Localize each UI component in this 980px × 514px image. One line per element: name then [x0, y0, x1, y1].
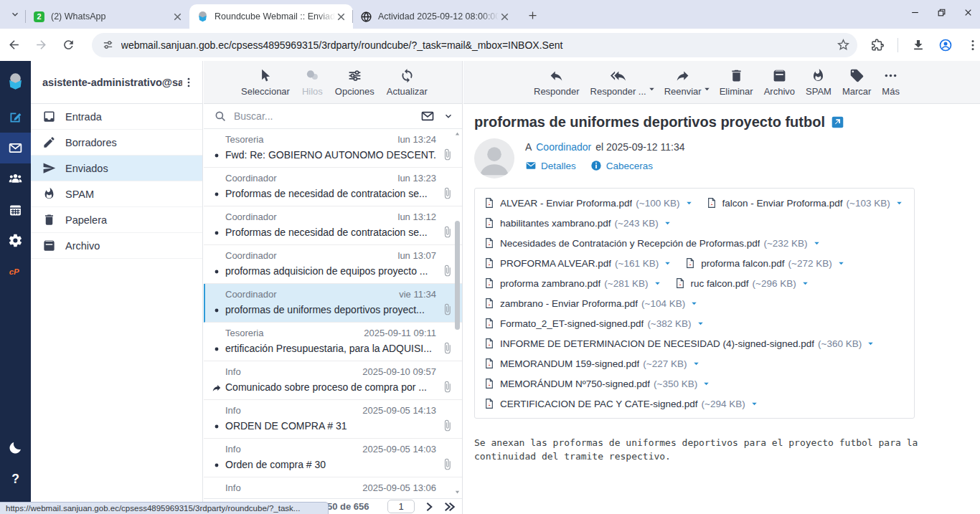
message-row[interactable]: Coordinador lun 13:23 Proformas de neces… — [204, 168, 462, 206]
attachment-menu-caret-icon[interactable] — [685, 199, 693, 207]
reader-toolbar-button[interactable]: Archivo — [764, 68, 795, 97]
attachment-menu-caret-icon[interactable] — [702, 380, 710, 388]
list-scrollbar[interactable] — [453, 129, 461, 498]
rail-CERTIFICACION DE PAC Y CATE-signed.pdf[interactable]: CERTIFICACION DE PAC Y CATE-signed.pdf (… — [484, 394, 758, 414]
rail-calendar[interactable] — [0, 194, 31, 225]
attachment-menu-caret-icon[interactable] — [664, 219, 672, 227]
attachment-name[interactable]: Necesidades de Contratación y Recepción … — [500, 238, 760, 249]
message-row[interactable]: Tesoreria 2025-09-11 09:11 ertificación … — [204, 323, 462, 361]
new-tab-button[interactable] — [522, 5, 542, 25]
attachment-menu-caret-icon[interactable] — [692, 360, 700, 368]
browser-tab[interactable]: Roundcube Webmail :: Enviados — [189, 4, 353, 29]
attachment-name[interactable]: proforma falcon.pdf — [701, 258, 784, 269]
attachment-name[interactable]: Formato_2_ET-signed-signed.pdf — [500, 318, 644, 329]
rail-mail[interactable] — [0, 133, 31, 163]
message-row[interactable]: Info 2025-09-05 14:03 Orden de compra # … — [204, 439, 462, 477]
reader-toolbar-button[interactable]: SPAM — [806, 68, 831, 97]
folder-options-icon[interactable] — [182, 76, 195, 89]
search-input[interactable] — [234, 110, 420, 122]
search-options-chevron-icon[interactable] — [443, 111, 453, 121]
reader-toolbar-button[interactable]: Responder ... — [590, 68, 646, 97]
reader-toolbar-button[interactable]: Responder — [534, 68, 580, 97]
attachment-menu-caret-icon[interactable] — [801, 280, 809, 287]
browser-menu-icon[interactable] — [966, 38, 980, 52]
tab-search-button[interactable] — [4, 4, 26, 24]
search-scope-mail-icon[interactable] — [420, 109, 435, 123]
folder-item[interactable]: Borradores — [31, 130, 202, 156]
next-page-icon[interactable] — [423, 501, 435, 513]
dropdown-caret-icon[interactable] — [703, 85, 711, 93]
message-row[interactable]: Tesoreria lun 13:24 Fwd: Re: GOBIERNO AU… — [204, 129, 462, 168]
message-row[interactable]: Coordinador lun 13:12 Proformas de neces… — [204, 206, 462, 245]
page-input[interactable] — [387, 500, 415, 513]
forward-button[interactable] — [34, 35, 55, 55]
folder-item[interactable]: Papelera — [31, 207, 202, 233]
attachment-menu-caret-icon[interactable] — [697, 320, 705, 328]
tab-close-icon[interactable] — [171, 11, 184, 23]
folder-item[interactable]: Entrada — [31, 104, 202, 130]
folder-item[interactable]: Enviados — [31, 156, 202, 181]
details-link[interactable]: Detalles — [525, 160, 576, 171]
attachment-menu-caret-icon[interactable] — [895, 199, 903, 207]
attachment-name[interactable]: PROFORMA ALVEAR.pdf — [500, 258, 611, 269]
scroll-up-icon[interactable] — [454, 130, 461, 137]
rail-contacts[interactable] — [0, 163, 31, 194]
tab-close-icon[interactable] — [335, 11, 347, 23]
rail-habilitantes xambrano.pdf[interactable]: habilitantes xambrano.pdf (~243 KB) — [484, 213, 672, 233]
attachment-name[interactable]: MEMORÁNDUM Nº750-signed.pdf — [500, 379, 650, 389]
browser-tab[interactable]: Actividad 2025-09-12 08:00:00 — [353, 4, 517, 29]
address-bar[interactable]: webmail.sanjuan.gob.ec/cpsess4895969315/… — [92, 33, 857, 57]
browser-tab[interactable]: 2 (2) WhatsApp — [26, 4, 189, 29]
back-button[interactable] — [7, 35, 27, 55]
downloads-icon[interactable] — [911, 38, 925, 52]
rail-INFORME DE DETERMINACION DE NECESIDAD (4)-signed-signed.pdf[interactable]: INFORME DE DETERMINACION DE NECESIDAD (4… — [484, 333, 875, 353]
list-toolbar-button[interactable]: Seleccionar — [241, 68, 290, 97]
rail-ruc falcon.pdf[interactable]: ruc falcon.pdf (~296 KB) — [674, 273, 809, 293]
reader-toolbar-button[interactable]: Reenviar — [664, 68, 702, 97]
attachment-menu-caret-icon[interactable] — [690, 300, 698, 308]
attachment-name[interactable]: MEMORANDUM 159-signed.pdf — [500, 358, 639, 369]
list-toolbar-button[interactable]: Actualizar — [387, 68, 428, 97]
message-row[interactable]: Coordinador vie 11:34 proformas de unifo… — [204, 284, 462, 323]
rail-ALVEAR - Enviar Proforma.pdf[interactable]: ALVEAR - Enviar Proforma.pdf (~100 KB) — [484, 193, 693, 213]
close-button[interactable] — [963, 8, 973, 17]
list-toolbar-button[interactable]: Hilos — [302, 68, 323, 97]
reader-toolbar-button[interactable]: Más — [882, 68, 900, 97]
rail-falcon - Enviar Proforma.pdf[interactable]: falcon - Enviar Proforma.pdf (~103 KB) — [706, 193, 903, 213]
attachment-name[interactable]: zambrano - Enviar Proforma.pdf — [500, 298, 638, 309]
rail-zambrano - Enviar Proforma.pdf[interactable]: zambrano - Enviar Proforma.pdf (~104 KB) — [484, 293, 698, 313]
rail-settings[interactable] — [0, 225, 31, 256]
folder-item[interactable]: SPAM — [31, 181, 202, 207]
scroll-down-icon[interactable] — [454, 489, 461, 495]
last-page-icon[interactable] — [443, 501, 455, 513]
url-text[interactable]: webmail.sanjuan.gob.ec/cpsess4895969315/… — [121, 39, 837, 51]
profile-icon[interactable] — [938, 38, 953, 52]
attachment-name[interactable]: falcon - Enviar Proforma.pdf — [722, 198, 843, 209]
message-row[interactable]: Coordinador lun 13:07 proformas adquisic… — [204, 245, 462, 284]
reload-button[interactable] — [62, 35, 82, 55]
tab-close-icon[interactable] — [499, 11, 511, 23]
rail-proforma falcon.pdf[interactable]: proforma falcon.pdf (~272 KB) — [684, 253, 844, 273]
attachment-menu-caret-icon[interactable] — [664, 260, 672, 267]
reader-toolbar-button[interactable]: Marcar — [842, 68, 871, 97]
dropdown-caret-icon[interactable] — [648, 85, 656, 93]
rail-cpanel[interactable]: cP — [0, 256, 31, 287]
search-icon[interactable] — [214, 110, 227, 123]
rail-PROFORMA ALVEAR.pdf[interactable]: PROFORMA ALVEAR.pdf (~161 KB) — [484, 253, 672, 273]
scrollbar-thumb[interactable] — [455, 221, 460, 330]
attachment-name[interactable]: ruc falcon.pdf — [691, 278, 749, 289]
reader-toolbar-button[interactable]: Eliminar — [720, 68, 753, 97]
recipient-link[interactable]: Coordinador — [536, 141, 591, 153]
attachment-name[interactable]: habilitantes xambrano.pdf — [500, 218, 611, 229]
extensions-icon[interactable] — [870, 38, 885, 52]
message-row[interactable]: Info 2025-09-10 09:57 Comunicado sobre p… — [204, 361, 462, 400]
minimize-button[interactable] — [910, 8, 920, 17]
attachment-name[interactable]: INFORME DE DETERMINACION DE NECESIDAD (4… — [500, 338, 814, 349]
attachment-menu-caret-icon[interactable] — [867, 340, 875, 348]
message-row[interactable]: Info 2025-09-05 13:06 — [204, 477, 462, 498]
rail-compose[interactable] — [0, 102, 31, 133]
headers-link[interactable]: Cabeceras — [590, 160, 653, 171]
attachment-name[interactable]: proforma zambrano.pdf — [500, 278, 600, 289]
restore-button[interactable] — [937, 8, 946, 17]
list-toolbar-button[interactable]: Opciones — [335, 68, 374, 97]
